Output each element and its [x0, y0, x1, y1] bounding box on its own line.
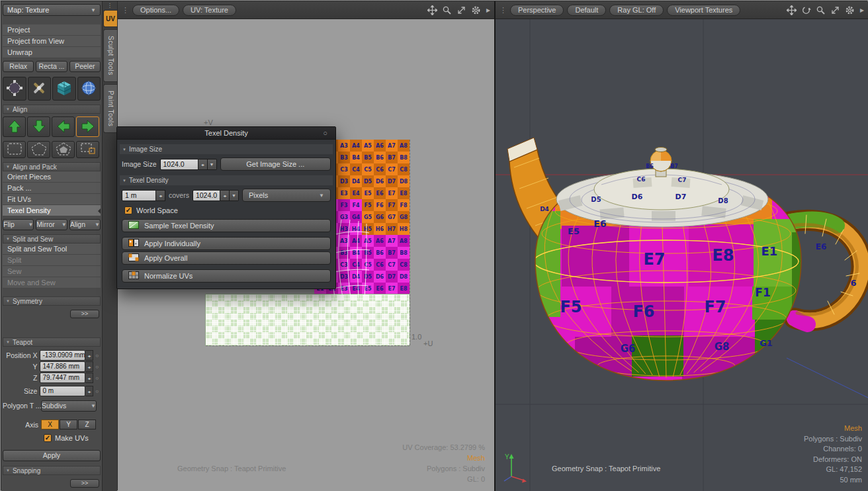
get-image-size-button[interactable]: Get Image Size ...	[220, 157, 331, 171]
uv-options-button[interactable]: Options...	[132, 5, 179, 16]
checker-wide-icon	[128, 253, 139, 263]
density-input[interactable]: 1 m	[122, 190, 156, 201]
image-size-input[interactable]: 1024.0	[160, 159, 198, 170]
pan-icon[interactable]	[786, 5, 797, 16]
rect-corner-button[interactable]	[76, 141, 99, 158]
sidebar-item-texel-density[interactable]: Texel Density	[3, 205, 101, 216]
sidebar-item-split-and-sew-tool[interactable]: Split and Sew Tool	[3, 244, 101, 255]
normalize-uvs-button[interactable]: Normalize UVs	[122, 269, 331, 283]
tab-sculpt-tools[interactable]: Sculpt Tools	[103, 29, 117, 82]
chevron-down-icon[interactable]: ▼	[230, 190, 239, 201]
teapot-uv-label: F6	[632, 302, 654, 321]
symmetry-expand-button[interactable]: >>	[70, 310, 99, 318]
dialog-title-bar[interactable]: Texel Density ○	[117, 127, 335, 140]
dropdown-align[interactable]: Align▼	[69, 219, 101, 230]
grip-dots-icon[interactable]: ⋮	[122, 6, 129, 15]
stepper[interactable]: ◂▸	[85, 386, 94, 396]
apply-individually-button[interactable]: Apply Individually	[122, 237, 331, 250]
snapping-expand-button[interactable]: >>	[70, 479, 99, 488]
align-up-button[interactable]	[3, 116, 26, 137]
grip-dots-icon[interactable]: ⋮	[107, 3, 113, 8]
section-header-snapping[interactable]: ▼Snapping	[3, 466, 101, 475]
section-header-align[interactable]: ▼Align	[3, 105, 101, 114]
uv-texture-button[interactable]: UV: Texture	[183, 5, 236, 16]
uv-projection-button[interactable]	[52, 77, 76, 101]
value-field-z[interactable]: 79.7447 mm	[40, 373, 85, 383]
viewport-button-ray-gl-off[interactable]: Ray GL: Off	[609, 5, 664, 16]
stepper[interactable]: ◂▸	[198, 159, 208, 170]
stepper[interactable]: ◂▸	[220, 190, 230, 201]
section-header-align-and-pack[interactable]: ▼Align and Pack	[3, 162, 101, 171]
value-field-size[interactable]: 0 m	[40, 386, 85, 396]
panel-menu-chevron-icon[interactable]: ▸	[486, 5, 490, 15]
channel-toggle[interactable]: ○	[93, 388, 101, 394]
sidebar-item-fit-uvs[interactable]: Fit UVs	[3, 194, 101, 205]
align-left-button[interactable]	[52, 116, 75, 137]
stepper[interactable]: ◂▸	[85, 350, 94, 361]
section-header-teapot[interactable]: ▼Teapot	[3, 337, 101, 347]
axis-button-z[interactable]: Z	[78, 420, 96, 429]
align-down-button[interactable]	[27, 116, 50, 137]
channel-toggle[interactable]: ○	[93, 364, 101, 370]
chevron-down-icon[interactable]: ▼	[208, 159, 217, 170]
pin-circle-icon[interactable]: ○	[323, 129, 327, 137]
viewport-button-viewport-textures[interactable]: Viewport Textures	[667, 5, 740, 16]
tool-button-relax[interactable]: Relax	[3, 61, 34, 72]
sidebar-item-pack[interactable]: Pack ...	[3, 183, 101, 194]
zoom-icon[interactable]	[441, 5, 453, 16]
value-field-y[interactable]: 147.886 mm	[40, 361, 85, 372]
section-header-symmetry[interactable]: ▼Symmetry	[3, 296, 101, 306]
sidebar-item-project[interactable]: Project	[3, 24, 101, 36]
channel-toggle[interactable]: ○	[93, 375, 101, 381]
channel-toggle[interactable]: ○	[93, 353, 101, 359]
panel-menu-chevron-icon[interactable]: ▸	[860, 5, 864, 15]
apply-overall-button[interactable]: Apply Overall	[122, 251, 331, 265]
align-right-button[interactable]	[76, 116, 99, 137]
apply-button[interactable]: Apply	[3, 450, 101, 461]
tool-button-recta[interactable]: Recta ...	[36, 61, 67, 72]
orbit-icon[interactable]	[801, 5, 812, 16]
sample-texel-density-button[interactable]: Sample Texel Density	[122, 219, 331, 232]
zoom-icon[interactable]	[815, 5, 826, 16]
stepper[interactable]: ◂▸	[85, 361, 94, 372]
gear-icon[interactable]	[470, 5, 482, 16]
field-label: Y	[3, 363, 40, 371]
marquee-poly-button[interactable]	[27, 141, 50, 158]
dropdown-mirror[interactable]: Mirror▼	[36, 219, 67, 230]
uv-tools-button[interactable]	[28, 77, 52, 101]
pixels-count-input[interactable]: 1024.0	[193, 190, 220, 201]
pan-icon[interactable]	[427, 5, 438, 16]
sidebar-item-project-from-view[interactable]: Project from View	[3, 36, 101, 47]
uv-checker-cell: D7	[386, 175, 398, 187]
viewport-scene[interactable]: B6B7C6C7D5D6D7D8D4E5E6E7E8E1F5F6F7F1G6G8…	[496, 19, 868, 491]
pixels-dropdown[interactable]: Pixels▼	[242, 189, 331, 202]
tab-uv[interactable]: UV	[103, 10, 117, 27]
value-field-position-x[interactable]: -139.0909 mm	[40, 350, 85, 361]
tab-paint-tools[interactable]: Paint Tools	[103, 84, 117, 133]
sidebar-item-unwrap[interactable]: Unwrap	[3, 47, 101, 58]
uv-transform-button[interactable]	[3, 77, 26, 101]
map-selector[interactable]: Map: Texture ▼	[3, 4, 101, 16]
dialog-section-image-size[interactable]: ▼Image Size	[120, 144, 333, 154]
gear-icon[interactable]	[844, 5, 855, 16]
sidebar-item-orient-pieces[interactable]: Orient Pieces	[3, 171, 101, 183]
axis-button-y[interactable]: Y	[60, 420, 77, 429]
stepper[interactable]: ◂▸	[85, 373, 94, 383]
axis-button-x[interactable]: X	[41, 420, 59, 429]
world-space-checkbox[interactable]: ✓	[124, 206, 132, 214]
dialog-section-texel-density[interactable]: ▼Texel Density	[120, 175, 333, 185]
polygon-type-dropdown[interactable]: Subdivs▼	[41, 400, 97, 412]
dropdown-flip[interactable]: Flip▼	[3, 219, 34, 230]
viewport-button-default[interactable]: Default	[567, 5, 606, 16]
marquee-rect-button[interactable]	[3, 141, 26, 158]
grip-dots-icon[interactable]: ⋮	[499, 6, 507, 15]
uv-sphere-button[interactable]	[77, 77, 101, 101]
marquee-poly-fill-button[interactable]	[52, 141, 75, 158]
viewport-button-perspective[interactable]: Perspective	[510, 5, 564, 16]
maximize-icon[interactable]	[456, 5, 467, 16]
stepper[interactable]: ◂▸	[156, 190, 165, 201]
make-uvs-checkbox[interactable]: ✓	[44, 434, 52, 442]
section-header-split-and-sew[interactable]: ▼Split and Sew	[3, 234, 101, 244]
tool-button-peeler[interactable]: Peeler	[69, 61, 101, 72]
maximize-icon[interactable]	[830, 5, 841, 16]
